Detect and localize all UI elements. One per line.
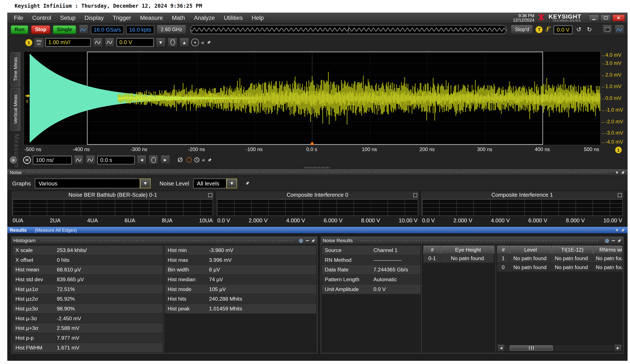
thumb-grip [529, 346, 534, 350]
pin-icon[interactable] [620, 228, 625, 232]
trigger-level-field[interactable]: 0.0 V [554, 26, 572, 34]
graphs-dropdown[interactable]: Various ▼ [35, 178, 150, 188]
minimize-panel-icon[interactable] [306, 240, 309, 241]
clock-icon[interactable] [194, 157, 200, 163]
offset-down-button[interactable]: ▼ [156, 38, 166, 47]
position-left-button[interactable]: ◀ [137, 155, 146, 164]
maximize-icon[interactable] [413, 193, 417, 197]
chart-grid[interactable] [422, 199, 623, 216]
table-row: Hist peak1.01459 Mhits [165, 304, 316, 314]
memory-depth-field[interactable]: 16.0 kpts [126, 26, 154, 34]
column-header[interactable]: Eye Height [442, 246, 494, 254]
noise-level-dropdown[interactable]: All levels ▼ [193, 178, 237, 188]
collapse-panel-icon[interactable]: ▼ [616, 171, 618, 174]
chart-grid[interactable] [217, 199, 418, 216]
touchscreen-waveform-icon[interactable] [78, 25, 88, 34]
column-header[interactable]: # [497, 246, 510, 254]
horizontal-badge[interactable]: H [23, 156, 31, 164]
h-coarse-icon[interactable] [86, 155, 96, 164]
scroll-left-icon[interactable]: ◀ [498, 344, 505, 352]
trigger-slope-icon[interactable] [545, 26, 552, 33]
dropdown-arrow-icon[interactable]: ▼ [140, 178, 150, 188]
scope-display[interactable]: ↠ T 4.0 mV3.0 mV2.0 mV1.0 mV0.0 mV-1.0 m… [24, 51, 601, 145]
zoom-off-icon[interactable]: ∅ [176, 156, 184, 164]
settings-gear-icon[interactable] [298, 238, 304, 244]
tab-time-meas[interactable]: Time Meas [10, 52, 20, 86]
brand-name: KEYSIGHT [548, 14, 581, 19]
scale-coarse-icon[interactable] [105, 38, 114, 47]
column-header[interactable]: Level [510, 246, 551, 254]
menu-item-measure[interactable]: Measure [136, 14, 167, 22]
menu-item-display[interactable]: Display [80, 14, 108, 22]
h-fine-icon[interactable] [74, 155, 84, 164]
tab-vertical-meas[interactable]: Vertical Meas [10, 88, 20, 131]
redo-icon[interactable]: ↻ [586, 26, 594, 33]
pin-icon[interactable] [617, 238, 622, 243]
scrollbar-thumb[interactable] [510, 346, 553, 351]
column-header[interactable]: # [424, 246, 441, 254]
noise-titlebar[interactable]: Noise ▼ [7, 169, 628, 176]
vertical-scale-field[interactable]: 1.00 mV/ [46, 38, 91, 47]
table-cell: No patn found [441, 254, 494, 263]
close-button[interactable]: × [612, 14, 625, 22]
auto-waveform-icon[interactable] [615, 25, 624, 34]
maximize-icon[interactable] [618, 193, 622, 197]
position-right-button[interactable]: ▶ [160, 155, 170, 164]
menu-item-analyze[interactable]: Analyze [190, 14, 219, 22]
menu-item-control[interactable]: Control [28, 14, 55, 22]
pin-icon[interactable] [311, 238, 316, 243]
run-button[interactable]: Run [10, 25, 28, 34]
display-settings-icon[interactable] [602, 25, 612, 34]
vertical-offset-field[interactable]: 0.0 V [116, 38, 154, 47]
maximize-icon[interactable] [208, 193, 212, 197]
trigger-source-badge[interactable]: T [536, 26, 543, 33]
offset-up-button[interactable]: ▲ [180, 38, 189, 47]
acquisition-status-button[interactable]: Stop'd [511, 25, 533, 34]
menu-item-trigger[interactable]: Trigger [109, 14, 135, 22]
trigger-level-marker[interactable]: ↠ [25, 92, 30, 100]
horizontal-scale-field[interactable]: 100 ns/ [33, 156, 72, 164]
acquisition-preview-strip[interactable] [190, 25, 507, 34]
settings-gear-icon[interactable] [604, 238, 610, 244]
acquisition-dot-icon[interactable] [186, 157, 192, 163]
restore-button[interactable] [600, 14, 611, 22]
bandwidth-button[interactable]: 2.60 GHz [157, 25, 186, 34]
pin-icon[interactable] [620, 170, 625, 175]
menu-item-utilities[interactable]: Utilities [220, 14, 247, 22]
undo-icon[interactable]: ↺ [575, 26, 583, 33]
minimize-panel-icon[interactable] [612, 240, 615, 241]
pin-icon[interactable] [207, 158, 212, 162]
sample-rate-field[interactable]: 16.0 GSa/s [91, 26, 124, 34]
pin-icon[interactable] [245, 181, 250, 186]
collapse-icon[interactable]: « [202, 156, 205, 163]
menu-item-math[interactable]: Math [168, 14, 189, 22]
channel-1-badge[interactable]: 1 [25, 39, 32, 46]
row-value: 3.996 mV [209, 257, 232, 263]
minimize-button[interactable] [588, 14, 599, 22]
menu-item-file[interactable]: File [10, 14, 27, 22]
noise-results-header[interactable]: Noise Results [321, 237, 623, 245]
single-button[interactable]: Single [53, 25, 76, 34]
offset-zero-button[interactable] [168, 38, 178, 47]
horizontal-position-field[interactable]: 0.0 s [97, 156, 135, 164]
scope-plot[interactable] [24, 52, 600, 145]
horizontal-scrollbar[interactable]: ◀ ▶ [497, 344, 622, 352]
chart-grid[interactable] [12, 199, 213, 216]
menu-item-help[interactable]: Help [248, 14, 268, 22]
pin-icon[interactable] [206, 40, 211, 44]
collapse-panel-icon[interactable]: ▼ [616, 228, 618, 232]
add-icon[interactable]: + [191, 38, 199, 46]
histogram-header[interactable]: Histogram [12, 237, 317, 245]
stop-button[interactable]: Stop [31, 25, 50, 34]
column-header[interactable]: RNrms wide [594, 246, 622, 254]
position-zero-button[interactable] [148, 155, 158, 164]
collapse-icon[interactable]: « [201, 39, 204, 46]
results-titlebar[interactable]: Results (Measure All Edges) ▼ [7, 227, 628, 234]
chart-x-label: 6.000 V [528, 218, 548, 224]
dropdown-arrow-icon[interactable]: ▼ [226, 178, 237, 188]
menu-item-setup[interactable]: Setup [56, 14, 80, 22]
coupling-badge[interactable]: 50Ω DC [34, 38, 44, 47]
scroll-right-icon[interactable]: ▶ [614, 344, 622, 352]
column-header[interactable]: TI(1E-12) [552, 246, 593, 254]
scale-fine-icon[interactable] [93, 38, 103, 47]
